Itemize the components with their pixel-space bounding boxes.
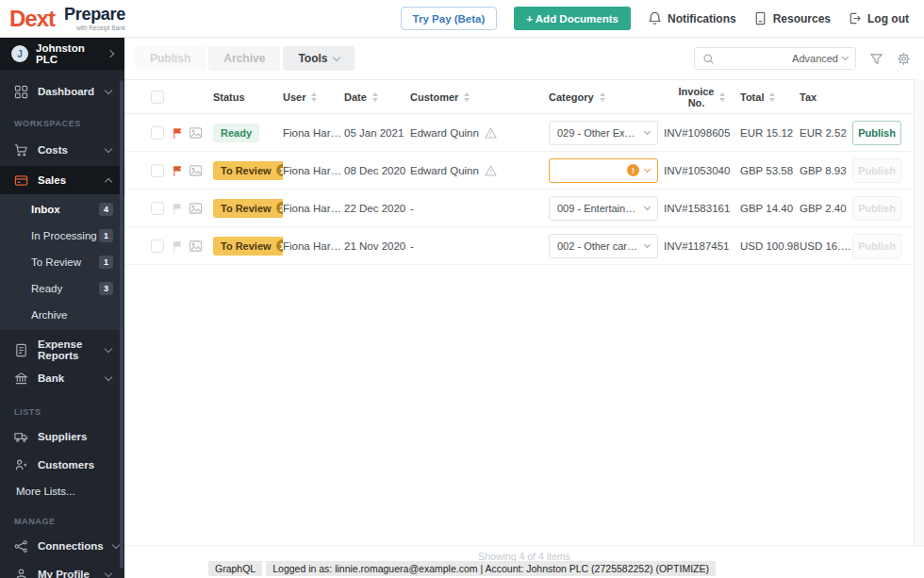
status-count: 2 — [276, 202, 283, 214]
publish-row-button[interactable]: Publish — [852, 234, 901, 258]
flag-icon[interactable] — [172, 126, 189, 140]
section-label-workspaces: WORKSPACES — [0, 119, 124, 128]
flag-icon[interactable] — [172, 164, 189, 177]
tax-cell: GBP 2.40 — [800, 203, 852, 214]
receipt-image-icon[interactable] — [189, 164, 213, 177]
total-cell: GBP 53.58 — [740, 165, 800, 176]
sidebar-item-more-lists[interactable]: More Lists... — [0, 479, 124, 504]
resources-button[interactable]: Resources — [753, 11, 831, 25]
chevron-down-icon — [644, 240, 651, 247]
column-header-tax[interactable]: Tax — [800, 91, 852, 103]
row-checkbox[interactable] — [151, 239, 164, 253]
add-documents-button[interactable]: + Add Documents — [514, 7, 631, 30]
cart-icon — [14, 143, 28, 157]
search-input[interactable] — [720, 53, 786, 64]
row-checkbox[interactable] — [151, 164, 164, 177]
sort-icon — [311, 92, 317, 102]
category-dropdown[interactable]: ! — [549, 158, 658, 183]
sidebar-item-connections[interactable]: Connections — [0, 534, 124, 558]
status-count: 1 — [276, 164, 283, 176]
receipt-image-icon[interactable] — [189, 239, 213, 253]
sidebar-item-dashboard[interactable]: Dashboard — [0, 79, 124, 104]
user-cell: Fiona Hardacre — [283, 240, 344, 252]
sidebar-item-suppliers[interactable]: Suppliers — [0, 424, 124, 449]
count-badge: 3 — [99, 282, 113, 295]
sidebar-item-costs[interactable]: Costs — [0, 138, 124, 162]
publish-row-button[interactable]: Publish — [852, 121, 901, 145]
status-count: 1 — [276, 239, 283, 252]
column-header-invoice-no[interactable]: InvoiceNo. — [664, 86, 740, 108]
chevron-down-icon — [333, 53, 340, 60]
chevron-right-icon — [107, 50, 114, 58]
brand-logo[interactable]: Dext Prepare with Receipt Bank — [0, 5, 125, 33]
try-pay-button[interactable]: Try Pay (Beta) — [401, 7, 498, 30]
sidebar-subitem-to-review[interactable]: To Review 1 — [0, 249, 124, 275]
select-all-checkbox[interactable] — [151, 91, 164, 104]
receipt-image-icon[interactable] — [189, 202, 213, 215]
sidebar-subitem-archive[interactable]: Archive — [0, 302, 124, 328]
flag-icon[interactable] — [172, 202, 189, 215]
total-cell: EUR 15.12 — [740, 127, 800, 139]
column-header-total[interactable]: Total — [740, 91, 800, 103]
category-dropdown[interactable]: 029 - Other Expenses — [549, 121, 658, 145]
chevron-down-icon — [644, 127, 651, 134]
bank-icon — [14, 372, 28, 386]
tax-cell: USD 16.83 — [800, 240, 852, 252]
column-header-status[interactable]: Status — [213, 91, 283, 103]
chevron-down-icon — [111, 540, 119, 548]
tools-button[interactable]: Tools — [283, 46, 355, 71]
status-badge: Ready — [213, 124, 259, 142]
receipt-image-icon[interactable] — [189, 126, 213, 140]
publish-row-button[interactable]: Publish — [852, 158, 901, 183]
archive-bulk-button[interactable]: Archive — [208, 46, 280, 71]
sidebar-item-bank[interactable]: Bank — [0, 366, 124, 390]
product-name: Prepare — [64, 5, 125, 24]
count-badge: 1 — [99, 229, 113, 242]
footer-divider — [124, 545, 924, 546]
gear-icon[interactable] — [897, 52, 911, 66]
sidebar-subitem-in-processing[interactable]: In Processing 1 — [0, 223, 124, 249]
user-cell: Fiona Hardacre — [283, 165, 344, 176]
sort-icon — [372, 92, 378, 102]
column-header-category[interactable]: Category — [549, 91, 664, 103]
filter-icon[interactable] — [869, 52, 883, 66]
category-warning-icon: ! — [627, 164, 639, 176]
column-header-customer[interactable]: Customer — [410, 91, 549, 103]
count-badge: 1 — [99, 256, 113, 269]
sidebar-item-expense-reports[interactable]: Expense Reports — [0, 338, 124, 362]
column-header-user[interactable]: User — [283, 91, 344, 103]
section-label-manage: MANAGE — [0, 517, 124, 526]
notifications-button[interactable]: Notifications — [648, 11, 736, 25]
row-checkbox[interactable] — [151, 126, 164, 140]
publish-row-button[interactable]: Publish — [852, 196, 901, 221]
date-cell: 22 Dec 2020 — [344, 203, 410, 214]
total-cell: USD 100.98 — [740, 240, 800, 252]
graphql-badge: GraphQL — [208, 561, 262, 576]
product-subtitle: with Receipt Bank — [76, 25, 125, 31]
advanced-search-toggle[interactable]: Advanced — [792, 53, 848, 64]
sidebar-subitem-inbox[interactable]: Inbox 4 — [0, 196, 124, 223]
category-dropdown[interactable]: 002 - Other car expenses — [549, 234, 658, 258]
vertical-scrollbar[interactable] — [914, 79, 924, 546]
sidebar-subitem-ready[interactable]: Ready 3 — [0, 275, 124, 302]
logout-button[interactable]: Log out — [848, 11, 909, 25]
row-checkbox[interactable] — [151, 202, 164, 215]
session-info: Logged in as: linnie.romaguera@example.c… — [266, 561, 716, 576]
sales-invoice-icon — [14, 173, 28, 188]
customer-cell: - — [410, 240, 549, 252]
column-header-date[interactable]: Date — [344, 91, 410, 103]
truck-icon — [14, 430, 28, 444]
date-cell: 21 Nov 2020 — [344, 240, 410, 252]
chevron-down-icon — [105, 86, 112, 93]
search-box[interactable]: Advanced — [694, 47, 856, 70]
chevron-down-icon — [105, 372, 112, 380]
top-header: Dext Prepare with Receipt Bank Try Pay (… — [0, 0, 924, 38]
publish-bulk-button[interactable]: Publish — [135, 46, 206, 71]
total-cell: GBP 14.40 — [740, 203, 800, 214]
category-dropdown[interactable]: 009 - Entertainment - st... — [549, 196, 658, 221]
sidebar-item-sales[interactable]: Sales — [0, 166, 124, 194]
account-switcher[interactable]: J Johnston PLC — [0, 38, 124, 70]
chevron-down-icon — [644, 203, 651, 209]
flag-icon[interactable] — [172, 239, 189, 253]
sidebar-item-customers[interactable]: Customers — [0, 453, 124, 477]
